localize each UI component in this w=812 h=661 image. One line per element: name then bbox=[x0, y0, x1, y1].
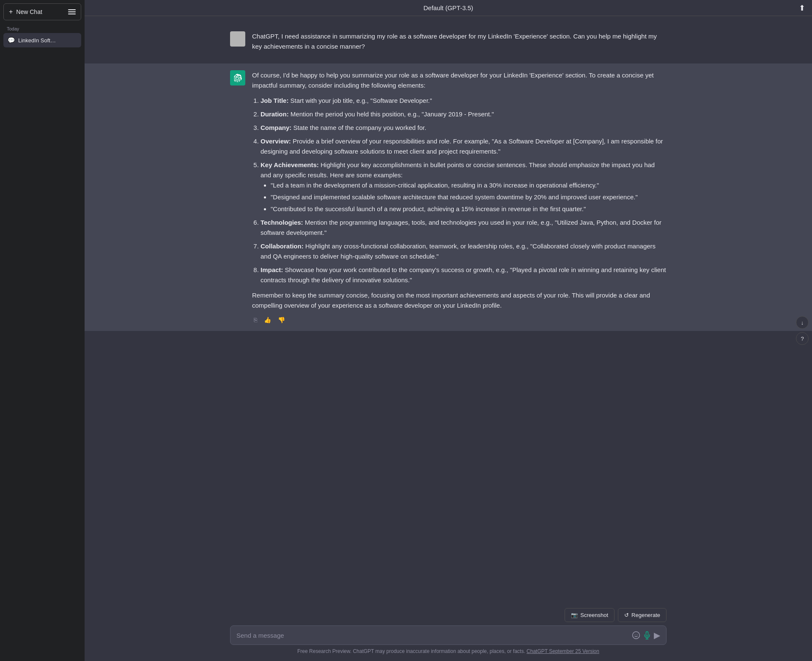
bottom-bar: 📷 Screenshot ↺ Regenerate bbox=[85, 603, 812, 661]
list-item-1: Job Title: Start with your job title, e.… bbox=[261, 96, 667, 106]
list-item-2: Duration: Mention the period you held th… bbox=[261, 109, 667, 119]
share-button[interactable]: ⬆ bbox=[799, 3, 805, 13]
list-item-8-title: Impact: bbox=[261, 266, 283, 273]
action-buttons: 📷 Screenshot ↺ Regenerate bbox=[230, 608, 667, 622]
list-item-6-text: Mention the programming languages, tools… bbox=[261, 219, 661, 236]
voice-button[interactable] bbox=[643, 631, 651, 639]
regenerate-label: Regenerate bbox=[631, 612, 660, 618]
list-item-7-title: Collaboration: bbox=[261, 242, 304, 250]
sidebar: + New Chat Today 💬 LinkedIn Software Dev… bbox=[0, 0, 85, 661]
list-item-3-text: State the name of the company you worked… bbox=[294, 124, 426, 131]
screenshot-button[interactable]: 📷 Screenshot bbox=[565, 608, 614, 622]
copy-button[interactable]: ⎘ bbox=[252, 316, 259, 324]
list-item-8: Impact: Showcase how your work contribut… bbox=[261, 265, 667, 285]
list-item-2-text: Mention the period you held this positio… bbox=[291, 110, 494, 118]
user-message-content: ChatGPT, I need assistance in summarizin… bbox=[252, 31, 667, 57]
regenerate-icon: ↺ bbox=[624, 612, 629, 618]
user-message: ChatGPT, I need assistance in summarizin… bbox=[85, 25, 812, 63]
regenerate-button[interactable]: ↺ Regenerate bbox=[618, 608, 667, 622]
input-icons: ▶ bbox=[632, 630, 660, 640]
footer-text: Free Research Preview. ChatGPT may produ… bbox=[230, 648, 667, 656]
assistant-message: Of course, I'd be happy to help you summ… bbox=[85, 63, 812, 331]
bullet-1: "Led a team in the development of a miss… bbox=[271, 180, 667, 190]
mic-button[interactable] bbox=[632, 631, 640, 639]
assistant-outro: Remember to keep the summary concise, fo… bbox=[252, 290, 667, 311]
footer-link[interactable]: ChatGPT September 25 Version bbox=[527, 648, 599, 654]
chat-area: ChatGPT, I need assistance in summarizin… bbox=[85, 16, 812, 603]
header-title: Default (GPT-3.5) bbox=[423, 4, 473, 11]
list-item-3-title: Company: bbox=[261, 124, 291, 131]
thumbs-down-button[interactable]: 👎 bbox=[276, 316, 287, 324]
screenshot-icon: 📷 bbox=[571, 612, 578, 618]
scroll-down-button[interactable]: ↓ bbox=[796, 316, 809, 329]
list-item-1-text: Start with your job title, e.g., "Softwa… bbox=[291, 97, 432, 104]
footer-main-text: Free Research Preview. ChatGPT may produ… bbox=[297, 648, 525, 654]
new-chat-button[interactable]: + New Chat bbox=[3, 3, 81, 20]
main-panel: Default (GPT-3.5) ⬆ ChatGPT, I need assi… bbox=[85, 0, 812, 661]
list-item-4-title: Overview: bbox=[261, 138, 291, 145]
input-row: ▶ bbox=[230, 625, 667, 645]
assistant-intro: Of course, I'd be happy to help you summ… bbox=[252, 70, 667, 91]
new-chat-label: New Chat bbox=[16, 8, 42, 15]
list-item-5-text: Highlight your key accomplishments in bu… bbox=[261, 161, 655, 179]
list-item-7: Collaboration: Highlight any cross-funct… bbox=[261, 241, 667, 262]
list-item-8-text: Showcase how your work contributed to th… bbox=[261, 266, 666, 284]
list-item-6-title: Technologies: bbox=[261, 219, 303, 226]
list-item-4: Overview: Provide a brief overview of yo… bbox=[261, 136, 667, 157]
bullet-2: "Designed and implemented scalable softw… bbox=[271, 192, 667, 202]
plus-icon: + bbox=[9, 8, 13, 16]
list-item-5-title: Key Achievements: bbox=[261, 161, 319, 168]
svg-point-0 bbox=[633, 632, 640, 639]
list-item-5: Key Achievements: Highlight your key acc… bbox=[261, 160, 667, 214]
list-item-4-text: Provide a brief overview of your respons… bbox=[261, 138, 663, 155]
grid-icon bbox=[68, 8, 76, 16]
screenshot-label: Screenshot bbox=[580, 612, 608, 618]
bullet-3: "Contributed to the successful launch of… bbox=[271, 204, 667, 214]
chat-item-label: LinkedIn Software Dev bbox=[18, 37, 59, 44]
user-message-text: ChatGPT, I need assistance in summarizin… bbox=[252, 31, 667, 52]
svg-point-1 bbox=[635, 634, 636, 635]
assistant-avatar bbox=[230, 70, 245, 85]
bullet-list: "Led a team in the development of a miss… bbox=[261, 180, 667, 214]
send-button[interactable]: ▶ bbox=[654, 630, 660, 640]
thumbs-up-button[interactable]: 👍 bbox=[262, 316, 273, 324]
assistant-list: Job Title: Start with your job title, e.… bbox=[252, 96, 667, 285]
chat-bubble-icon: 💬 bbox=[8, 37, 15, 44]
list-item-1-title: Job Title: bbox=[261, 97, 288, 104]
user-avatar bbox=[230, 31, 245, 47]
help-floater-button[interactable]: ? bbox=[796, 332, 809, 345]
delete-chat-button[interactable]: 🗑 bbox=[70, 36, 77, 44]
message-input[interactable] bbox=[236, 632, 628, 639]
chat-item-linkedin[interactable]: 💬 LinkedIn Software Dev ✏ 🗑 bbox=[3, 33, 81, 47]
svg-point-2 bbox=[637, 634, 638, 635]
list-item-6: Technologies: Mention the programming la… bbox=[261, 218, 667, 238]
today-label: Today bbox=[3, 24, 81, 33]
list-item-3: Company: State the name of the company y… bbox=[261, 123, 667, 133]
message-actions: ⎘ 👍 👎 bbox=[252, 316, 667, 324]
header: Default (GPT-3.5) ⬆ bbox=[85, 0, 812, 16]
edit-chat-button[interactable]: ✏ bbox=[63, 36, 69, 44]
list-item-7-text: Highlight any cross-functional collabora… bbox=[261, 242, 656, 260]
side-floaters: ↓ ? bbox=[796, 316, 809, 345]
assistant-message-content: Of course, I'd be happy to help you summ… bbox=[252, 70, 667, 324]
list-item-2-title: Duration: bbox=[261, 110, 289, 118]
